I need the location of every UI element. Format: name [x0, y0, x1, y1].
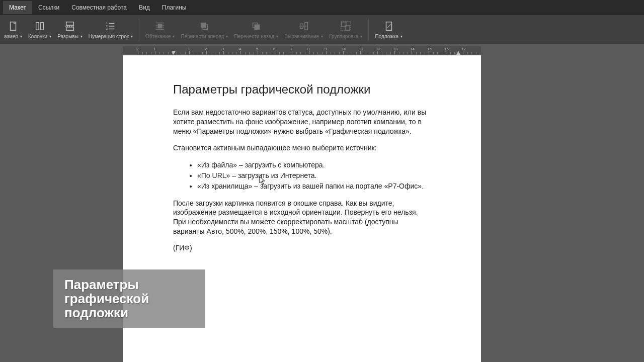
wrap-icon: [154, 20, 166, 32]
send-backward-icon: [250, 20, 262, 32]
menu-item-совместная работа[interactable]: Совместная работа: [65, 1, 133, 14]
chevron-down-icon: ▾: [400, 34, 403, 39]
columns-label: Колонки: [28, 34, 47, 39]
svg-rect-4: [66, 27, 74, 30]
list-item: «Из файла» – загрузить с компьютера.: [197, 160, 431, 170]
chevron-down-icon: ▾: [20, 34, 22, 39]
align-icon: [298, 20, 310, 32]
paragraph: (ГИФ): [173, 243, 431, 253]
svg-rect-1: [36, 22, 39, 30]
send-backward-button: Перенести назад▾: [231, 16, 281, 43]
menu-item-вид[interactable]: Вид: [133, 1, 156, 14]
line-numbers-button[interactable]: 123 Нумерация строк▾: [86, 16, 136, 43]
chevron-down-icon: ▾: [173, 34, 175, 39]
watermark-label: Подложка: [375, 34, 398, 39]
svg-rect-2: [41, 22, 44, 30]
menu-item-макет[interactable]: Макет: [3, 1, 32, 14]
bring-forward-label: Перенести вперед: [181, 34, 224, 39]
svg-text:3: 3: [106, 27, 108, 30]
page-size-label: азмер: [4, 34, 18, 39]
align-label: Выравнивание: [284, 34, 319, 39]
svg-rect-28: [341, 21, 350, 30]
line-numbers-icon: 123: [105, 20, 117, 32]
align-button: Выравнивание▾: [281, 16, 326, 43]
bullet-list: «Из файла» – загрузить с компьютера.«По …: [197, 160, 431, 192]
chevron-down-icon: ▾: [276, 34, 278, 39]
line-numbers-label: Нумерация строк: [89, 34, 129, 39]
svg-rect-0: [11, 22, 16, 30]
columns-button[interactable]: Колонки▾: [25, 16, 54, 43]
breaks-label: Разрывы: [57, 34, 78, 39]
watermark-button[interactable]: Подложка▾: [372, 16, 406, 43]
menubar: МакетСсылкиСовместная работаВидПлагины: [0, 0, 644, 15]
paragraph: После загрузки картинка появится в окошк…: [173, 199, 431, 237]
paragraph: Становится активным выпадающее меню выбе…: [173, 143, 431, 153]
chevron-down-icon: ▾: [226, 34, 228, 39]
page-size-button[interactable]: азмер▾: [1, 16, 25, 43]
group-button: Группировка▾: [326, 16, 365, 43]
breaks-icon: [64, 20, 76, 32]
horizontal-ruler[interactable]: 211234567891011121314151617: [123, 46, 481, 54]
chevron-down-icon: ▾: [321, 34, 323, 39]
breaks-button[interactable]: Разрывы▾: [54, 16, 86, 43]
svg-rect-3: [66, 22, 74, 25]
menu-item-ссылки[interactable]: Ссылки: [32, 1, 65, 14]
svg-rect-19: [201, 23, 206, 27]
chevron-down-icon: ▾: [131, 34, 133, 39]
group-icon: [340, 20, 352, 32]
svg-line-30: [387, 24, 390, 28]
toolbar-separator: [139, 19, 139, 41]
caption-overlay: Параметры графической подложки: [53, 269, 205, 328]
list-item: «Из хранилища» – загрузить из вашей папк…: [197, 181, 431, 192]
paragraph: Если вам недостаточно вариантов статуса,…: [173, 108, 431, 136]
group-label: Группировка: [329, 34, 358, 39]
columns-icon: [34, 20, 46, 32]
bring-forward-icon: [198, 20, 210, 32]
chevron-down-icon: ▾: [49, 34, 51, 39]
page-size-icon: [7, 20, 19, 32]
chevron-down-icon: ▾: [80, 34, 83, 39]
page-heading: Параметры графической подложки: [173, 82, 431, 97]
wrap-label: Обтекание: [145, 34, 171, 39]
svg-rect-12: [158, 24, 162, 28]
menu-item-плагины[interactable]: Плагины: [156, 1, 193, 14]
watermark-icon: [383, 20, 395, 32]
layout-toolbar: азмер▾ Колонки▾ Разрывы▾ 123 Нумерация с…: [0, 15, 644, 44]
list-item: «По URL» – загрузить из Интернета.: [197, 170, 431, 181]
send-backward-label: Перенести назад: [234, 34, 274, 39]
svg-rect-21: [255, 25, 260, 29]
chevron-down-icon: ▾: [360, 34, 362, 39]
bring-forward-button: Перенести вперед▾: [178, 16, 231, 43]
wrap-button: Обтекание▾: [142, 16, 178, 43]
toolbar-separator: [368, 19, 369, 41]
caption-text: Параметры графической подложки: [64, 278, 194, 320]
